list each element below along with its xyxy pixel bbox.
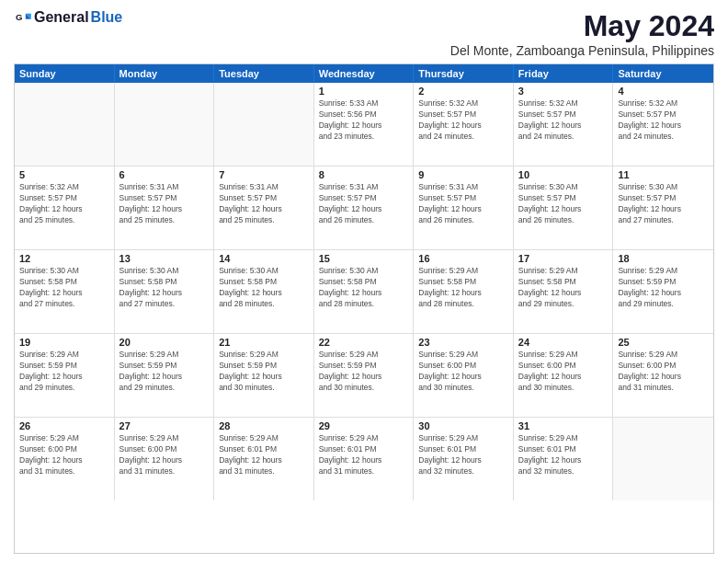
- week-row-2: 5Sunrise: 5:32 AM Sunset: 5:57 PM Daylig…: [15, 167, 713, 250]
- day-info: Sunrise: 5:29 AM Sunset: 6:00 PM Dayligh…: [418, 350, 508, 394]
- day-cell-25: 25Sunrise: 5:29 AM Sunset: 6:00 PM Dayli…: [613, 334, 713, 417]
- day-number: 8: [319, 169, 409, 180]
- day-number: 14: [219, 253, 309, 264]
- day-cell-20: 20Sunrise: 5:29 AM Sunset: 5:59 PM Dayli…: [115, 334, 215, 417]
- day-info: Sunrise: 5:29 AM Sunset: 5:59 PM Dayligh…: [19, 350, 109, 394]
- day-cell-19: 19Sunrise: 5:29 AM Sunset: 5:59 PM Dayli…: [15, 334, 115, 417]
- day-info: Sunrise: 5:31 AM Sunset: 5:57 PM Dayligh…: [418, 182, 508, 226]
- day-info: Sunrise: 5:29 AM Sunset: 5:59 PM Dayligh…: [219, 350, 309, 394]
- location: Del Monte, Zamboanga Peninsula, Philippi…: [450, 43, 714, 58]
- day-number: 18: [618, 253, 709, 264]
- logo-blue: Blue: [91, 9, 123, 26]
- day-info: Sunrise: 5:31 AM Sunset: 5:57 PM Dayligh…: [219, 182, 309, 226]
- day-number: 24: [518, 337, 609, 348]
- header-day-sunday: Sunday: [15, 64, 115, 83]
- day-cell-9: 9Sunrise: 5:31 AM Sunset: 5:57 PM Daylig…: [414, 167, 514, 249]
- day-number: 30: [418, 420, 508, 431]
- day-number: 4: [618, 86, 709, 97]
- day-cell-empty: [15, 83, 115, 166]
- day-cell-3: 3Sunrise: 5:32 AM Sunset: 5:57 PM Daylig…: [514, 83, 614, 166]
- day-cell-7: 7Sunrise: 5:31 AM Sunset: 5:57 PM Daylig…: [214, 167, 314, 249]
- svg-text:G: G: [16, 12, 22, 22]
- day-number: 21: [219, 337, 309, 348]
- day-cell-5: 5Sunrise: 5:32 AM Sunset: 5:57 PM Daylig…: [15, 167, 115, 249]
- day-info: Sunrise: 5:30 AM Sunset: 5:58 PM Dayligh…: [19, 266, 109, 310]
- day-number: 1: [319, 86, 409, 97]
- day-cell-29: 29Sunrise: 5:29 AM Sunset: 6:01 PM Dayli…: [314, 418, 415, 500]
- day-number: 7: [219, 169, 309, 180]
- logo-icon: G: [16, 9, 32, 26]
- day-info: Sunrise: 5:29 AM Sunset: 6:00 PM Dayligh…: [618, 350, 709, 394]
- header-day-saturday: Saturday: [613, 64, 713, 83]
- day-cell-30: 30Sunrise: 5:29 AM Sunset: 6:01 PM Dayli…: [414, 418, 514, 500]
- day-info: Sunrise: 5:33 AM Sunset: 5:56 PM Dayligh…: [319, 98, 409, 143]
- logo-general: General: [34, 9, 89, 26]
- day-number: 9: [418, 169, 508, 180]
- day-info: Sunrise: 5:32 AM Sunset: 5:57 PM Dayligh…: [618, 98, 709, 143]
- day-cell-18: 18Sunrise: 5:29 AM Sunset: 5:59 PM Dayli…: [613, 250, 713, 333]
- day-info: Sunrise: 5:31 AM Sunset: 5:57 PM Dayligh…: [319, 182, 409, 226]
- day-number: 15: [319, 253, 409, 264]
- day-number: 26: [19, 420, 109, 431]
- header-day-thursday: Thursday: [414, 64, 514, 83]
- day-number: 16: [418, 253, 508, 264]
- header-day-wednesday: Wednesday: [314, 64, 415, 83]
- day-cell-empty: [214, 83, 314, 166]
- calendar: SundayMondayTuesdayWednesdayThursdayFrid…: [14, 63, 714, 554]
- day-number: 10: [518, 169, 609, 180]
- page: G General Blue May 2024 Del Monte, Zambo…: [0, 0, 728, 563]
- week-row-5: 26Sunrise: 5:29 AM Sunset: 6:00 PM Dayli…: [15, 418, 713, 500]
- day-info: Sunrise: 5:31 AM Sunset: 5:57 PM Dayligh…: [119, 182, 210, 226]
- day-cell-22: 22Sunrise: 5:29 AM Sunset: 5:59 PM Dayli…: [314, 334, 415, 417]
- day-number: 25: [618, 337, 709, 348]
- title-area: May 2024 Del Monte, Zamboanga Peninsula,…: [450, 9, 714, 58]
- day-info: Sunrise: 5:32 AM Sunset: 5:57 PM Dayligh…: [518, 98, 609, 143]
- day-info: Sunrise: 5:30 AM Sunset: 5:58 PM Dayligh…: [219, 266, 309, 310]
- day-info: Sunrise: 5:29 AM Sunset: 5:58 PM Dayligh…: [418, 266, 508, 310]
- day-cell-24: 24Sunrise: 5:29 AM Sunset: 6:00 PM Dayli…: [514, 334, 614, 417]
- day-info: Sunrise: 5:29 AM Sunset: 5:59 PM Dayligh…: [319, 350, 409, 394]
- day-cell-14: 14Sunrise: 5:30 AM Sunset: 5:58 PM Dayli…: [214, 250, 314, 333]
- week-row-1: 1Sunrise: 5:33 AM Sunset: 5:56 PM Daylig…: [15, 83, 713, 167]
- day-cell-15: 15Sunrise: 5:30 AM Sunset: 5:58 PM Dayli…: [314, 250, 415, 333]
- day-info: Sunrise: 5:29 AM Sunset: 6:00 PM Dayligh…: [119, 433, 210, 477]
- day-cell-2: 2Sunrise: 5:32 AM Sunset: 5:57 PM Daylig…: [414, 83, 514, 166]
- week-row-4: 19Sunrise: 5:29 AM Sunset: 5:59 PM Dayli…: [15, 334, 713, 418]
- day-info: Sunrise: 5:29 AM Sunset: 6:00 PM Dayligh…: [518, 350, 609, 394]
- day-cell-31: 31Sunrise: 5:29 AM Sunset: 6:01 PM Dayli…: [514, 418, 614, 500]
- day-cell-4: 4Sunrise: 5:32 AM Sunset: 5:57 PM Daylig…: [613, 83, 713, 166]
- day-cell-10: 10Sunrise: 5:30 AM Sunset: 5:57 PM Dayli…: [514, 167, 614, 249]
- day-info: Sunrise: 5:29 AM Sunset: 5:59 PM Dayligh…: [618, 266, 709, 310]
- day-number: 19: [19, 337, 109, 348]
- day-info: Sunrise: 5:29 AM Sunset: 5:58 PM Dayligh…: [518, 266, 609, 310]
- calendar-body: 1Sunrise: 5:33 AM Sunset: 5:56 PM Daylig…: [15, 83, 713, 500]
- day-info: Sunrise: 5:32 AM Sunset: 5:57 PM Dayligh…: [19, 182, 109, 226]
- week-row-3: 12Sunrise: 5:30 AM Sunset: 5:58 PM Dayli…: [15, 250, 713, 334]
- day-info: Sunrise: 5:29 AM Sunset: 5:59 PM Dayligh…: [119, 350, 210, 394]
- day-info: Sunrise: 5:32 AM Sunset: 5:57 PM Dayligh…: [418, 98, 508, 143]
- logo: G General Blue: [14, 9, 122, 26]
- day-cell-21: 21Sunrise: 5:29 AM Sunset: 5:59 PM Dayli…: [214, 334, 314, 417]
- day-info: Sunrise: 5:30 AM Sunset: 5:58 PM Dayligh…: [319, 266, 409, 310]
- header-day-tuesday: Tuesday: [214, 64, 314, 83]
- header: G General Blue May 2024 Del Monte, Zambo…: [14, 9, 714, 58]
- day-cell-13: 13Sunrise: 5:30 AM Sunset: 5:58 PM Dayli…: [115, 250, 215, 333]
- day-cell-23: 23Sunrise: 5:29 AM Sunset: 6:00 PM Dayli…: [414, 334, 514, 417]
- day-number: 5: [19, 169, 109, 180]
- day-number: 27: [119, 420, 210, 431]
- day-info: Sunrise: 5:30 AM Sunset: 5:57 PM Dayligh…: [618, 182, 709, 226]
- day-number: 12: [19, 253, 109, 264]
- day-info: Sunrise: 5:29 AM Sunset: 6:01 PM Dayligh…: [319, 433, 409, 477]
- day-number: 22: [319, 337, 409, 348]
- day-number: 20: [119, 337, 210, 348]
- day-info: Sunrise: 5:30 AM Sunset: 5:57 PM Dayligh…: [518, 182, 609, 226]
- day-cell-16: 16Sunrise: 5:29 AM Sunset: 5:58 PM Dayli…: [414, 250, 514, 333]
- day-number: 28: [219, 420, 309, 431]
- day-number: 13: [119, 253, 210, 264]
- month-title: May 2024: [450, 9, 714, 43]
- day-number: 2: [418, 86, 508, 97]
- day-cell-empty: [115, 83, 215, 166]
- day-info: Sunrise: 5:29 AM Sunset: 6:01 PM Dayligh…: [219, 433, 309, 477]
- day-number: 17: [518, 253, 609, 264]
- header-day-monday: Monday: [115, 64, 215, 83]
